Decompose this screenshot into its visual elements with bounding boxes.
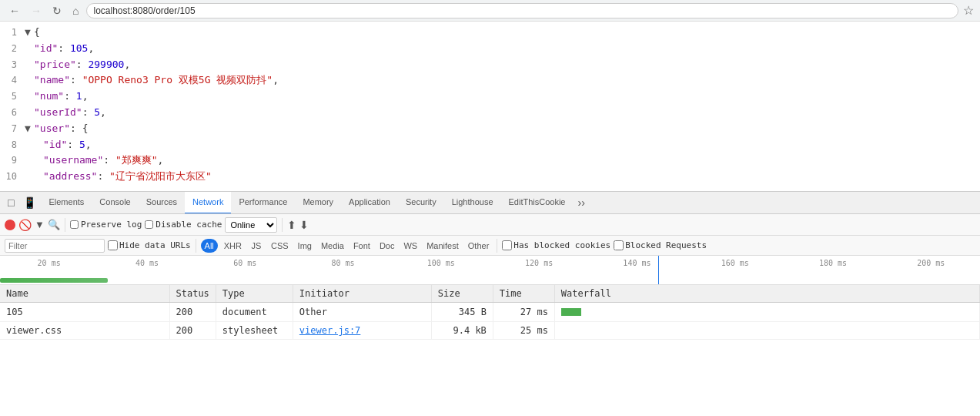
bookmark-icon[interactable]: ☆ [963, 3, 974, 18]
timeline-progress-bar [0, 278, 108, 283]
table-row[interactable]: 105 200 document Other 345 B 27 ms [0, 303, 980, 322]
filter-type-css[interactable]: CSS [268, 239, 292, 253]
timeline-marker-line [658, 256, 659, 284]
header-status: Status [169, 285, 216, 303]
devtools-tab-bar: □ 📱 Elements Console Sources Network Per… [0, 191, 980, 214]
json-line-2: 2 "id": 105, [0, 41, 980, 57]
preserve-log-label[interactable]: Preserve log [70, 220, 142, 230]
clear-button[interactable]: 🚫 [18, 219, 32, 231]
filter-type-img[interactable]: Img [295, 239, 315, 253]
reload-button[interactable]: ↻ [49, 3, 65, 18]
tick-100ms: 100 ms [392, 259, 490, 267]
address-input[interactable] [86, 3, 958, 18]
tab-console[interactable]: Console [92, 191, 138, 214]
forward-button[interactable]: → [28, 3, 45, 18]
filter-type-other[interactable]: Other [465, 239, 493, 253]
waterfall-bar-105 [561, 306, 973, 318]
export-har-icon[interactable]: ⬇ [299, 219, 309, 231]
header-size: Size [431, 285, 493, 303]
browser-bar: ← → ↻ ⌂ ☆ [0, 0, 980, 22]
collapse-toggle-7[interactable]: ▼ [25, 121, 34, 137]
tab-memory[interactable]: Memory [295, 191, 341, 214]
timeline-ticks: 20 ms 40 ms 60 ms 80 ms 100 ms 120 ms 14… [0, 256, 980, 271]
row-size-105: 345 B [431, 303, 493, 322]
tab-performance[interactable]: Performance [231, 191, 295, 214]
has-blocked-cookies-label[interactable]: Has blocked cookies [502, 240, 610, 250]
row-name-105: 105 [0, 303, 169, 322]
filter-type-js[interactable]: JS [248, 239, 265, 253]
filter-type-media[interactable]: Media [318, 239, 347, 253]
waterfall-green-bar [561, 308, 581, 316]
row-waterfall-105 [554, 303, 979, 322]
json-line-1: 1 ▼ { [0, 25, 980, 41]
hide-data-urls-label[interactable]: Hide data URLs [108, 240, 191, 250]
header-name: Name [0, 285, 169, 303]
preserve-log-checkbox[interactable] [70, 220, 79, 229]
tick-80ms: 80 ms [294, 259, 392, 267]
blocked-requests-checkbox[interactable] [614, 240, 624, 250]
row-time-viewercss: 25 ms [493, 322, 554, 340]
tab-network[interactable]: Network [185, 191, 231, 214]
back-button[interactable]: ← [6, 3, 23, 18]
row-time-105: 27 ms [493, 303, 554, 322]
hide-data-urls-checkbox[interactable] [108, 240, 118, 250]
network-table-container: Name Status Type Initiator Size Time Wat… [0, 285, 980, 340]
tab-security[interactable]: Security [398, 191, 444, 214]
filter-bar: Hide data URLs All XHR JS CSS Img Media … [0, 236, 980, 256]
filter-icon[interactable]: ▼ [35, 219, 45, 230]
filter-separator-2 [497, 239, 497, 253]
timeline-progress [0, 270, 980, 284]
home-button[interactable]: ⌂ [69, 3, 82, 18]
json-line-4: 4 "name": "OPPO Reno3 Pro 双模5G 视频双防抖", [0, 72, 980, 89]
filter-input[interactable] [5, 239, 105, 253]
tick-200ms: 200 ms [882, 259, 980, 267]
row-size-viewercss: 9.4 kB [431, 322, 493, 340]
import-har-icon[interactable]: ⬆ [287, 219, 296, 231]
row-initiator-105: Other [293, 303, 431, 322]
filter-type-manifest[interactable]: Manifest [423, 239, 462, 253]
tab-application[interactable]: Application [341, 191, 398, 214]
disable-cache-checkbox[interactable] [145, 220, 153, 229]
collapse-toggle-1[interactable]: ▼ [25, 25, 34, 41]
record-button[interactable] [5, 220, 15, 230]
row-type-viewercss: stylesheet [216, 322, 293, 340]
more-tabs-icon[interactable]: ›› [574, 196, 590, 209]
tab-elements[interactable]: Elements [41, 191, 92, 214]
blocked-requests-label[interactable]: Blocked Requests [614, 240, 707, 250]
filter-type-font[interactable]: Font [350, 239, 373, 253]
tab-lighthouse[interactable]: Lighthouse [444, 191, 501, 214]
json-line-3: 3 "price": 299900, [0, 57, 980, 73]
disable-cache-label[interactable]: Disable cache [145, 220, 222, 230]
inspect-element-icon[interactable]: □ [3, 196, 18, 209]
tick-160ms: 160 ms [686, 259, 784, 267]
json-line-10: 10 "address": "辽宁省沈阳市大东区" [0, 169, 980, 185]
tick-140ms: 140 ms [588, 259, 686, 267]
device-toolbar-icon[interactable]: 📱 [18, 196, 41, 209]
row-initiator-viewercss: viewer.js:7 [293, 322, 431, 340]
search-icon[interactable]: 🔍 [48, 219, 60, 230]
row-type-105: document [216, 303, 293, 322]
filter-type-ws[interactable]: WS [400, 239, 420, 253]
tab-editthiscookie[interactable]: EditThisCookie [501, 191, 574, 214]
filter-type-doc[interactable]: Doc [376, 239, 398, 253]
row-status-105: 200 [169, 303, 216, 322]
initiator-link-viewercss[interactable]: viewer.js:7 [299, 325, 360, 336]
filter-type-all[interactable]: All [201, 239, 218, 253]
throttle-select[interactable]: Online Offline Slow 3G Fast 3G [225, 217, 277, 233]
tick-60ms: 60 ms [196, 259, 294, 267]
tab-sources[interactable]: Sources [139, 191, 185, 214]
network-toolbar: 🚫 ▼ 🔍 Preserve log Disable cache Online … [0, 214, 980, 236]
toolbar-separator-2 [282, 218, 283, 232]
row-name-viewercss: viewer.css [0, 322, 169, 340]
tick-20ms: 20 ms [0, 259, 98, 267]
header-time: Time [493, 285, 554, 303]
table-row[interactable]: viewer.css 200 stylesheet viewer.js:7 9.… [0, 322, 980, 340]
filter-separator [196, 239, 196, 253]
has-blocked-cookies-checkbox[interactable] [502, 240, 512, 250]
json-line-7: 7 ▼ "user": { [0, 121, 980, 137]
json-line-9: 9 "username": "郑爽爽", [0, 153, 980, 169]
timeline-bar: 20 ms 40 ms 60 ms 80 ms 100 ms 120 ms 14… [0, 256, 980, 285]
header-initiator: Initiator [293, 285, 431, 303]
filter-type-xhr[interactable]: XHR [221, 239, 245, 253]
table-header-row: Name Status Type Initiator Size Time Wat… [0, 285, 980, 303]
